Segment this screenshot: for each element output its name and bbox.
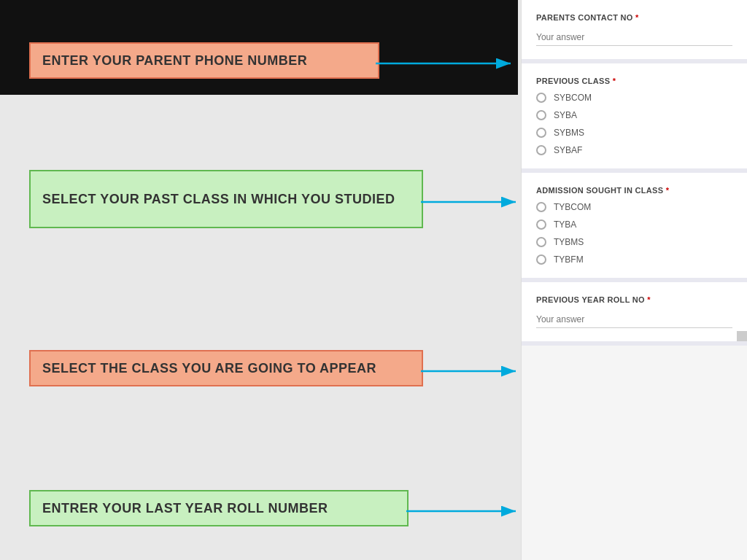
appear-class-annotation-box: SELECT THE CLASS YOU ARE GOING TO APPEAR: [29, 350, 423, 386]
previous-roll-section: PREVIOUS YEAR ROLL NO *: [522, 282, 747, 346]
radio-circle: [536, 110, 546, 120]
admission-sought-section: ADMISSION SOUGHT IN CLASS * TYBCOM TYBA …: [522, 173, 747, 282]
phone-annotation-box: ENTER YOUR PARENT PHONE NUMBER: [29, 42, 379, 79]
roll-number-annotation-label: ENTRER YOUR LAST YEAR ROLL NUMBER: [42, 501, 328, 516]
left-area: ENTER YOUR PARENT PHONE NUMBER SELECT YO…: [0, 0, 518, 560]
radio-circle: [536, 237, 546, 247]
previous-class-section: PREVIOUS CLASS * SYBCOM SYBA SYBMS SYBA: [522, 63, 747, 173]
radio-circle: [536, 145, 546, 155]
radio-label-sybcom: SYBCOM: [554, 93, 592, 103]
past-class-annotation-label: SELECT YOUR PAST CLASS IN WHICH YOU STUD…: [42, 192, 395, 207]
roll-number-annotation-box: ENTRER YOUR LAST YEAR ROLL NUMBER: [29, 490, 409, 526]
radio-label-tybfm: TYBFM: [554, 254, 584, 265]
phone-arrow: [376, 52, 522, 74]
phone-annotation-label: ENTER YOUR PARENT PHONE NUMBER: [42, 53, 307, 69]
radio-circle: [536, 254, 546, 265]
admission-sought-radio-group: TYBCOM TYBA TYBMS TYBFM: [536, 202, 732, 265]
previous-class-radio-group: SYBCOM SYBA SYBMS SYBAF: [536, 93, 732, 155]
radio-label-sybms: SYBMS: [554, 128, 584, 138]
radio-label-tyba: TYBA: [554, 219, 576, 230]
past-class-arrow: [421, 191, 527, 213]
radio-circle: [536, 93, 546, 103]
admission-tyba[interactable]: TYBA: [536, 219, 732, 230]
radio-label-tybms: TYBMS: [554, 237, 584, 247]
appear-class-annotation-label: SELECT THE CLASS YOU ARE GOING TO APPEAR: [42, 361, 376, 376]
past-class-annotation-box: SELECT YOUR PAST CLASS IN WHICH YOU STUD…: [29, 170, 423, 228]
admission-sought-label: ADMISSION SOUGHT IN CLASS *: [536, 186, 732, 195]
radio-circle: [536, 128, 546, 138]
previous-roll-label: PREVIOUS YEAR ROLL NO *: [536, 295, 732, 304]
radio-label-sybaf: SYBAF: [554, 145, 582, 155]
parents-contact-input[interactable]: [536, 29, 732, 46]
resize-handle: [737, 331, 747, 341]
parents-contact-label: PARENTS CONTACT NO *: [536, 13, 732, 22]
right-panel: PARENTS CONTACT NO * PREVIOUS CLASS * SY…: [521, 0, 747, 560]
radio-circle: [536, 219, 546, 230]
previous-class-sybms[interactable]: SYBMS: [536, 128, 732, 138]
appear-class-arrow: [421, 360, 527, 382]
admission-tybfm[interactable]: TYBFM: [536, 254, 732, 265]
previous-roll-input[interactable]: [536, 311, 732, 328]
radio-label-tybcom: TYBCOM: [554, 202, 591, 212]
page-wrapper: ENTER YOUR PARENT PHONE NUMBER SELECT YO…: [0, 0, 747, 560]
previous-class-sybaf[interactable]: SYBAF: [536, 145, 732, 155]
parents-contact-section: PARENTS CONTACT NO *: [522, 0, 747, 63]
roll-number-arrow: [406, 500, 527, 522]
radio-label-syba: SYBA: [554, 110, 577, 120]
admission-tybcom[interactable]: TYBCOM: [536, 202, 732, 212]
admission-tybms[interactable]: TYBMS: [536, 237, 732, 247]
previous-class-syba[interactable]: SYBA: [536, 110, 732, 120]
radio-circle: [536, 202, 546, 212]
previous-class-sybcom[interactable]: SYBCOM: [536, 93, 732, 103]
previous-class-label: PREVIOUS CLASS *: [536, 77, 732, 85]
